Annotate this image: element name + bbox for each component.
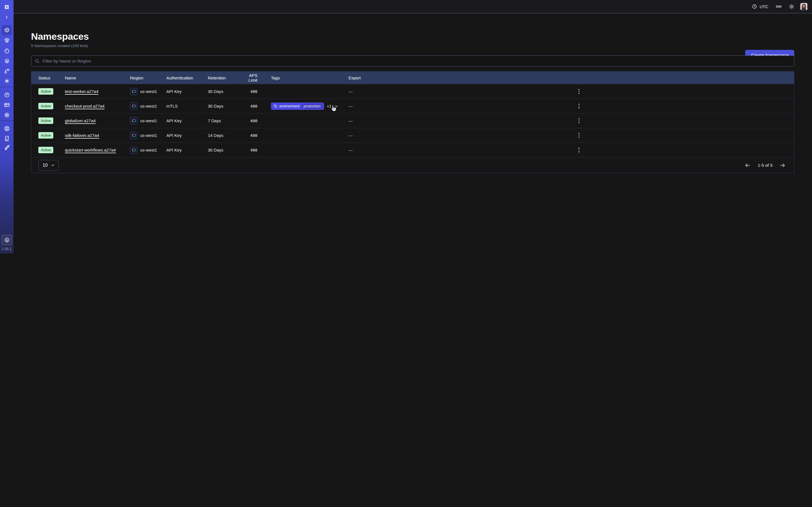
sidebar-item-monitor[interactable]: [2, 35, 12, 45]
sidebar-divider: [0, 87, 13, 87]
tag-key: environment: [280, 104, 300, 108]
tag-value: production: [302, 103, 323, 109]
col-region: Region: [130, 75, 166, 80]
page-title: Namespaces: [31, 31, 406, 42]
table-pagination: 10 1-5 of 5: [31, 157, 406, 173]
page-size-select[interactable]: 10: [38, 160, 59, 171]
tag-icon: [273, 104, 277, 108]
auth-value: API Key: [166, 148, 208, 152]
export-value: —: [347, 89, 370, 94]
retention-value: 14 Days: [208, 133, 240, 138]
table-row: Active sdk-failover.a27a4 us-west1 API K…: [31, 128, 406, 143]
sidebar: $ 2.35.1: [0, 0, 13, 253]
svg-text:$: $: [6, 238, 8, 241]
billing-card-icon: [4, 102, 10, 108]
auth-value: mTLS: [166, 104, 208, 108]
sidebar-item-usage[interactable]: [2, 90, 12, 100]
retention-value: 7 Days: [208, 118, 240, 123]
namespace-link[interactable]: sdk-failover.a27a4: [65, 133, 99, 138]
tags-cell: environment production +1: [257, 103, 347, 110]
namespace-link[interactable]: globalizer.a27a4: [65, 118, 96, 123]
sidebar-item-getting-started[interactable]: [2, 143, 12, 153]
aps-value: 400: [240, 119, 257, 123]
col-status: Status: [38, 75, 65, 80]
namespace-link[interactable]: test-worker.a27a4: [65, 89, 98, 94]
expand-chevron-icon[interactable]: [2, 12, 12, 22]
table-row: Active quickstart-workflows.a27a4 us-wes…: [31, 143, 406, 157]
monitor-eye-icon: [4, 37, 10, 44]
sidebar-item-batch[interactable]: [2, 56, 12, 66]
region-label: us-west1: [140, 104, 157, 108]
aps-value: 400: [240, 89, 257, 94]
schedules-timer-icon: [4, 48, 10, 54]
gcp-icon: [130, 117, 137, 124]
region-label: us-west1: [140, 148, 157, 152]
credits-button[interactable]: $: [2, 235, 12, 245]
aps-value: 400: [240, 133, 257, 138]
auth-value: API Key: [166, 118, 208, 123]
auth-value: API Key: [166, 89, 208, 94]
auth-value: API Key: [166, 133, 208, 138]
region-label: us-west1: [140, 118, 157, 123]
getting-started-rocket-icon: [4, 145, 10, 151]
sidebar-item-support[interactable]: [2, 123, 12, 133]
aps-value: 400: [240, 148, 257, 152]
top-bar: UTC: [13, 0, 406, 13]
col-aps-limit: APS Limit: [240, 73, 257, 82]
gcp-icon: [130, 132, 137, 139]
sidebar-item-docs[interactable]: [2, 133, 12, 144]
gcp-icon: [130, 103, 137, 110]
sidebar-item-deployments[interactable]: [2, 66, 12, 76]
dollar-badge-icon: $: [4, 237, 10, 243]
table-header-row: Status Name Region Authentication Retent…: [31, 71, 406, 84]
tag-pill[interactable]: environment production: [271, 103, 324, 110]
sidebar-item-billing[interactable]: [2, 100, 12, 110]
main-content: Namespaces 5 Namespaces created (100 lim…: [13, 13, 406, 253]
retention-value: 30 Days: [208, 148, 240, 152]
deployments-branch-icon: [4, 68, 10, 74]
col-export: Export: [347, 75, 370, 80]
filter-input[interactable]: [31, 55, 406, 66]
namespaces-cube-icon: [4, 27, 10, 34]
aps-value: 400: [240, 104, 257, 108]
nexus-asterisk-icon: [4, 78, 10, 84]
gcp-icon: [130, 88, 137, 95]
app-version: 2.35.1: [0, 247, 13, 251]
col-tags: Tags: [257, 75, 347, 80]
export-value: —: [347, 118, 370, 123]
region-label: us-west1: [140, 89, 157, 94]
export-value: —: [347, 133, 370, 138]
sidebar-item-schedules[interactable]: [2, 46, 12, 56]
namespace-link[interactable]: quickstart-workflows.a27a4: [65, 148, 116, 152]
tag-expand-chevron[interactable]: [334, 104, 339, 108]
col-name: Name: [65, 75, 130, 80]
chevron-down-icon: [334, 104, 339, 108]
table-row: Active globalizer.a27a4 us-west1 API Key…: [31, 113, 406, 128]
status-badge: Active: [38, 103, 53, 109]
status-badge: Active: [38, 132, 53, 138]
status-badge: Active: [38, 88, 53, 95]
region-label: us-west1: [140, 133, 157, 138]
table-row: Active test-worker.a27a4 us-west1 API Ke…: [31, 84, 406, 99]
chevron-down-icon: [51, 163, 55, 167]
status-badge: Active: [38, 117, 53, 124]
col-retention: Retention: [208, 75, 240, 80]
temporal-logo[interactable]: [2, 2, 12, 12]
retention-value: 30 Days: [208, 104, 240, 108]
search-icon: [35, 58, 40, 64]
table-row: Active checkout-prod.a27a4 us-west1 mTLS…: [31, 99, 406, 113]
sidebar-item-nexus[interactable]: [2, 76, 12, 86]
batch-layers-icon: [4, 58, 10, 64]
namespaces-table: Status Name Region Authentication Retent…: [31, 71, 406, 173]
status-badge: Active: [38, 147, 53, 153]
usage-gauge-icon: [4, 92, 10, 98]
sidebar-item-namespaces[interactable]: [2, 25, 12, 35]
support-lifebuoy-icon: [4, 125, 10, 132]
col-authentication: Authentication: [166, 75, 208, 80]
export-value: —: [347, 148, 370, 152]
namespace-link[interactable]: checkout-prod.a27a4: [65, 104, 105, 108]
page-subtitle: 5 Namespaces created (100 limit): [31, 44, 406, 48]
settings-gear-icon: [4, 112, 10, 118]
retention-value: 30 Days: [208, 89, 240, 94]
sidebar-item-settings[interactable]: [2, 110, 12, 120]
